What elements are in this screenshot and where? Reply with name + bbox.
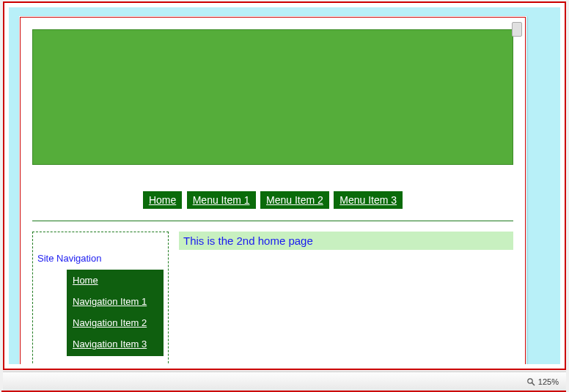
page-selection-outline: Home Menu Item 1 Menu Item 2 Menu Item 3… bbox=[20, 17, 526, 364]
canvas-background: Home Menu Item 1 Menu Item 2 Menu Item 3… bbox=[9, 7, 560, 364]
page-scrollbar-stub[interactable] bbox=[512, 22, 522, 37]
designer-outer-frame: Home Menu Item 1 Menu Item 2 Menu Item 3… bbox=[3, 1, 566, 370]
top-menu-home[interactable]: Home bbox=[143, 191, 182, 209]
header-banner bbox=[32, 29, 513, 165]
main-content: This is the 2nd home page bbox=[179, 232, 513, 364]
top-menu-item-2[interactable]: Menu Item 2 bbox=[260, 191, 329, 209]
top-menu: Home Menu Item 1 Menu Item 2 Menu Item 3 bbox=[21, 165, 525, 213]
content-row: Site Navigation Home Navigation Item 1 N… bbox=[21, 232, 525, 364]
top-menu-item-1[interactable]: Menu Item 1 bbox=[187, 191, 256, 209]
divider bbox=[32, 221, 513, 221]
side-nav-list: Home Navigation Item 1 Navigation Item 2… bbox=[67, 270, 164, 356]
side-nav-item-3[interactable]: Navigation Item 3 bbox=[67, 333, 164, 355]
zoom-value: 125% bbox=[538, 377, 559, 386]
side-nav-item-home[interactable]: Home bbox=[67, 270, 164, 291]
status-bar: 125% bbox=[3, 371, 566, 391]
svg-point-0 bbox=[528, 378, 532, 382]
side-nav-item-1[interactable]: Navigation Item 1 bbox=[67, 291, 164, 312]
page-headline: This is the 2nd home page bbox=[179, 232, 513, 250]
zoom-control[interactable]: 125% bbox=[526, 377, 559, 386]
side-nav-panel: Site Navigation Home Navigation Item 1 N… bbox=[32, 232, 169, 364]
magnifier-icon bbox=[526, 377, 535, 386]
top-menu-item-3[interactable]: Menu Item 3 bbox=[334, 191, 403, 209]
side-nav-title: Site Navigation bbox=[37, 238, 164, 270]
svg-line-1 bbox=[532, 382, 534, 385]
page-surface: Home Menu Item 1 Menu Item 2 Menu Item 3… bbox=[19, 16, 526, 364]
side-nav-item-2[interactable]: Navigation Item 2 bbox=[67, 312, 164, 333]
